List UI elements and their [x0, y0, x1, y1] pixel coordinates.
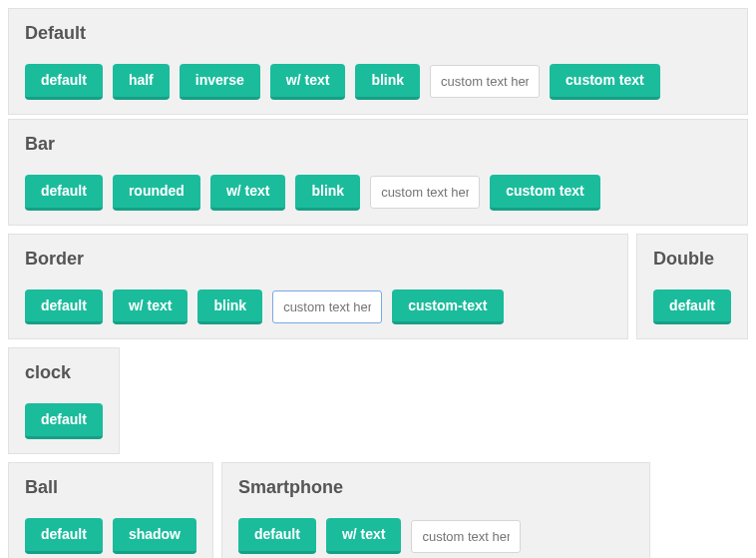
- default-button[interactable]: default: [653, 289, 731, 325]
- blink-button[interactable]: blink: [295, 175, 360, 211]
- button-row: default shadow: [25, 518, 196, 554]
- rounded-button[interactable]: rounded: [113, 175, 200, 211]
- button-row: default: [653, 289, 731, 325]
- wtext-button[interactable]: w/ text: [210, 175, 286, 211]
- shadow-button[interactable]: shadow: [113, 518, 196, 554]
- custom-text-input[interactable]: [370, 176, 480, 209]
- half-button[interactable]: half: [113, 64, 170, 100]
- panel-title: Double: [653, 249, 731, 270]
- panel-title: Default: [25, 23, 731, 44]
- panel-title: Smartphone: [238, 477, 633, 498]
- default-button[interactable]: default: [238, 518, 316, 554]
- default-button[interactable]: default: [25, 64, 103, 100]
- panel-title: clock: [25, 362, 103, 383]
- panel-default: Default default half inverse w/ text bli…: [8, 8, 748, 115]
- panel-title: Border: [25, 249, 611, 270]
- panel-title: Ball: [25, 477, 196, 498]
- wtext-button[interactable]: w/ text: [270, 64, 346, 100]
- custom-text-button[interactable]: custom-text: [392, 289, 503, 325]
- panel-ball: Ball default shadow: [8, 462, 213, 558]
- button-row: default w/ text blink custom-text: [25, 289, 611, 325]
- wtext-button[interactable]: w/ text: [326, 518, 402, 554]
- blink-button[interactable]: blink: [355, 64, 420, 100]
- default-button[interactable]: default: [25, 403, 103, 439]
- panel-bar: Bar default rounded w/ text blink custom…: [8, 119, 748, 226]
- custom-text-button[interactable]: custom text: [490, 175, 600, 211]
- custom-text-input[interactable]: [430, 65, 540, 98]
- default-button[interactable]: default: [25, 289, 103, 325]
- panel-clock: clock default: [8, 347, 120, 454]
- button-row: default rounded w/ text blink custom tex…: [25, 175, 731, 211]
- button-row: default w/ text custom text: [238, 518, 633, 558]
- blink-button[interactable]: blink: [197, 289, 262, 325]
- inverse-button[interactable]: inverse: [180, 64, 260, 100]
- custom-text-input[interactable]: [272, 290, 382, 323]
- panel-title: Bar: [25, 134, 731, 155]
- default-button[interactable]: default: [25, 518, 103, 554]
- wtext-button[interactable]: w/ text: [113, 289, 189, 325]
- custom-text-input[interactable]: [411, 520, 521, 553]
- button-row: default: [25, 403, 103, 439]
- custom-text-button[interactable]: custom text: [550, 64, 660, 100]
- button-row: default half inverse w/ text blink custo…: [25, 64, 731, 100]
- panel-smartphone: Smartphone default w/ text custom text: [221, 462, 650, 558]
- default-button[interactable]: default: [25, 175, 103, 211]
- panel-border: Border default w/ text blink custom-text: [8, 234, 628, 340]
- panel-double: Double default: [636, 234, 748, 340]
